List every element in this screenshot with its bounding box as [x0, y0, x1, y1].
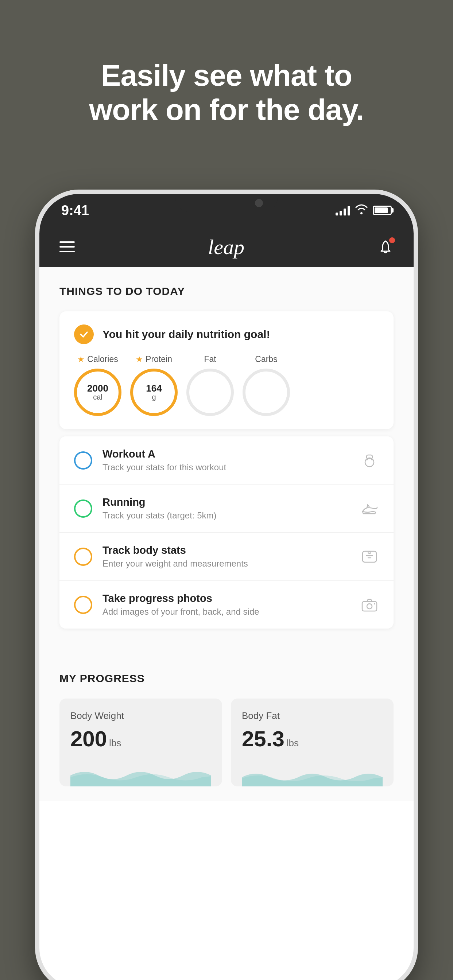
protein-unit: g [152, 393, 156, 401]
fat-circle [187, 369, 234, 416]
task-text-photos: Take progress photos Add images of your … [102, 592, 350, 617]
task-title-photos: Take progress photos [102, 592, 350, 605]
signal-icon [335, 205, 350, 215]
calories-value: 2000 [87, 383, 108, 393]
camera-dot [255, 199, 263, 207]
scale-icon [360, 547, 379, 566]
protein-label: ★ Protein [130, 355, 178, 364]
battery-icon [373, 205, 392, 215]
wifi-icon [355, 204, 368, 217]
body-fat-title: Body Fat [242, 710, 383, 722]
task-workout[interactable]: Workout A Track your stats for this work… [59, 436, 394, 485]
task-subtitle-workout: Track your stats for this workout [102, 462, 350, 473]
notification-badge [389, 237, 395, 243]
protein-value: 164 [146, 383, 161, 393]
task-progress-photos[interactable]: Take progress photos Add images of your … [59, 581, 394, 628]
status-bar: 9:41 [39, 194, 414, 227]
body-weight-title: Body Weight [70, 710, 211, 722]
shoe-icon [360, 499, 379, 518]
carbs-circle [242, 369, 290, 416]
calories-label: ★ Calories [74, 355, 121, 364]
status-icons [335, 204, 392, 217]
phone-mockup: 9:41 [35, 189, 418, 980]
svg-point-1 [365, 458, 374, 467]
app-logo: leap [208, 235, 244, 259]
section-title-today: THINGS TO DO TODAY [59, 285, 394, 298]
calories-unit: cal [93, 393, 102, 401]
section-title-progress: MY PROGRESS [59, 672, 394, 685]
task-body-stats[interactable]: Track body stats Enter your weight and m… [59, 533, 394, 581]
calories-circle: 2000 cal [74, 369, 121, 416]
task-text-running: Running Track your stats (target: 5km) [102, 496, 350, 520]
progress-cards: Body Weight 200 lbs Body Fat [59, 698, 394, 786]
macro-circles: 2000 cal 164 g [74, 369, 379, 416]
menu-button[interactable] [59, 241, 75, 252]
hero-text: Easily see what to work on for the day. [0, 58, 453, 127]
task-text-body-stats: Track body stats Enter your weight and m… [102, 544, 350, 569]
task-circle-running [74, 500, 92, 518]
camera-icon [360, 595, 379, 614]
svg-rect-4 [362, 551, 376, 562]
body-weight-unit: lbs [109, 738, 121, 749]
task-running[interactable]: Running Track your stats (target: 5km) [59, 485, 394, 533]
body-weight-wave [70, 757, 211, 786]
task-circle-workout [74, 451, 92, 469]
task-circle-body-stats [74, 547, 92, 566]
body-fat-value: 25.3 [242, 728, 284, 750]
body-fat-unit: lbs [287, 738, 299, 749]
star-icon: ★ [77, 355, 85, 364]
body-weight-card: Body Weight 200 lbs [59, 698, 222, 786]
tasks-container: Workout A Track your stats for this work… [59, 436, 394, 628]
carbs-label: Carbs [242, 355, 290, 364]
status-time: 9:41 [61, 203, 89, 218]
body-fat-wave [242, 757, 383, 786]
task-title-body-stats: Track body stats [102, 544, 350, 556]
body-fat-card: Body Fat 25.3 lbs [231, 698, 394, 786]
bell-button[interactable] [378, 239, 394, 255]
check-icon [74, 325, 94, 344]
app-header: leap [39, 227, 414, 267]
svg-rect-6 [362, 601, 377, 611]
star-icon-2: ★ [136, 355, 143, 364]
task-subtitle-photos: Add images of your front, back, and side [102, 607, 350, 617]
fat-label: Fat [187, 355, 234, 364]
nutrition-card: You hit your daily nutrition goal! ★ Cal… [59, 311, 394, 429]
progress-section: MY PROGRESS Body Weight 200 lbs [39, 654, 414, 801]
app-content: THINGS TO DO TODAY You hit your daily nu… [39, 267, 414, 654]
protein-circle: 164 g [130, 369, 178, 416]
task-text-workout: Workout A Track your stats for this work… [102, 448, 350, 473]
nutrition-goal-title: You hit your daily nutrition goal! [102, 328, 270, 340]
body-weight-value: 200 [70, 728, 107, 750]
task-circle-photos [74, 596, 92, 614]
kettlebell-icon [360, 451, 379, 470]
notch [175, 194, 278, 212]
task-title-workout: Workout A [102, 448, 350, 460]
svg-point-5 [368, 552, 371, 554]
svg-point-7 [367, 604, 372, 609]
svg-point-8 [374, 603, 375, 605]
task-subtitle-body-stats: Enter your weight and measurements [102, 558, 350, 569]
task-title-running: Running [102, 496, 350, 508]
task-subtitle-running: Track your stats (target: 5km) [102, 511, 350, 520]
